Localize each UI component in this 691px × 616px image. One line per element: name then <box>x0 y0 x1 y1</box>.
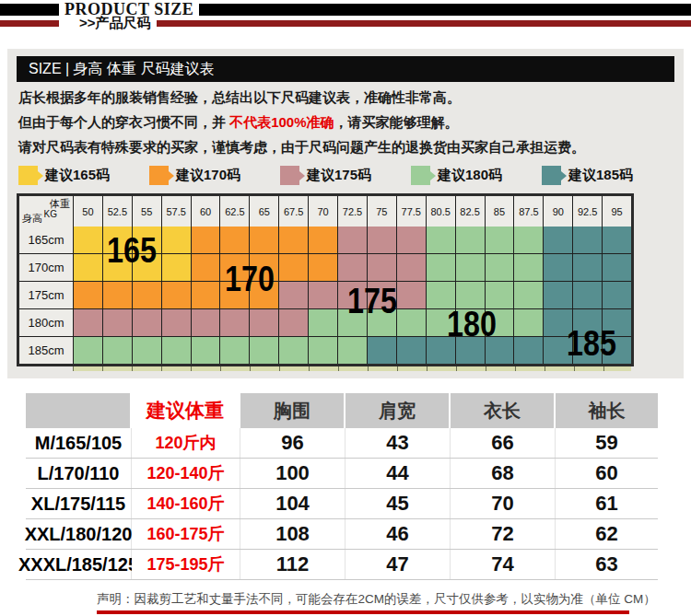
spec-measure-value: 96 <box>240 428 346 458</box>
grid-cell <box>103 337 132 364</box>
spec-weight-value: 140-160斤 <box>132 489 240 518</box>
height-row-label: 165cm <box>19 227 73 253</box>
grid-cell <box>603 282 631 308</box>
grid-cell <box>74 282 102 308</box>
grid-cell <box>544 227 572 253</box>
spec-measure-value: 60 <box>556 459 658 488</box>
grid-row: 185cm <box>19 337 631 364</box>
grid-cell <box>397 227 426 253</box>
measurement-table: 建议体重胸围肩宽衣长袖长 M/165/105120斤内96436659L/170… <box>26 393 658 580</box>
note-2-post: ，请买家能够理解。 <box>334 114 459 130</box>
weight-column-header: 92.5 <box>573 196 602 227</box>
spec-column-header: 袖长 <box>556 393 658 428</box>
spec-measure-value: 112 <box>240 550 346 579</box>
spec-weight-value: 160-175斤 <box>132 519 240 549</box>
legend-swatch-notch <box>299 171 305 180</box>
spec-column-header: 衣长 <box>451 393 556 428</box>
spec-measure-value: 63 <box>556 550 658 579</box>
spec-size-label: L/170/110 <box>26 459 132 488</box>
spec-measure-value: 45 <box>346 489 451 518</box>
weight-column-header: 52.5 <box>103 196 132 227</box>
spec-measure-value: 100 <box>240 459 346 488</box>
spec-table-row: M/165/105120斤内96436659 <box>26 428 658 459</box>
grid-cell <box>309 337 337 364</box>
legend-item: 建议170码 <box>149 166 280 185</box>
grid-cell <box>220 309 249 336</box>
spec-column-header: 胸围 <box>240 393 346 428</box>
spec-measure-value: 44 <box>346 459 451 488</box>
weight-column-header: 67.5 <box>279 196 308 227</box>
spec-measure-value: 104 <box>240 489 346 518</box>
legend-swatch-notch <box>38 171 43 180</box>
grid-cell <box>486 227 514 253</box>
grid-cell <box>103 282 132 308</box>
grid-cell <box>573 227 602 253</box>
spec-table-row: XXL/180/120160-175斤108467262 <box>26 519 658 550</box>
measurement-table-body: M/165/105120斤内96436659L/170/110120-140斤1… <box>26 428 658 580</box>
corner-unit-label: KG <box>44 209 57 219</box>
grid-cell <box>192 282 220 308</box>
spec-measure-value: 70 <box>451 489 556 518</box>
grid-cell <box>133 309 161 336</box>
spec-measure-value: 46 <box>346 519 451 549</box>
grid-cell <box>338 337 367 364</box>
legend-label: 建议170码 <box>176 167 240 184</box>
banner-row-zh: >>产品尺码 <box>0 17 691 29</box>
spec-measure-value: 61 <box>556 489 658 518</box>
grid-cell <box>133 337 161 364</box>
legend-label: 建议180码 <box>438 167 502 184</box>
page-banner: PRODUCT SIZE >>产品尺码 <box>0 0 691 29</box>
note-2-emphasis: 不代表100%准确 <box>229 114 334 130</box>
spec-column-header: 肩宽 <box>346 393 451 428</box>
panel-title-bar: SIZE | 身高 体重 尺码建议表 <box>17 56 674 82</box>
grid-cell <box>603 254 631 281</box>
spec-measure-value: 43 <box>346 428 451 458</box>
grid-cell <box>544 254 572 281</box>
grid-cell <box>192 227 220 253</box>
grid-cell <box>279 337 308 364</box>
spec-measure-value: 74 <box>451 550 556 579</box>
spec-weight-value: 175-195斤 <box>132 550 240 579</box>
grid-cell <box>279 254 308 281</box>
disclaimer-text: 声明：因裁剪工艺和丈量手法不同，可能会存在2CM的误差，尺寸仅供参考，以实物为准… <box>97 591 629 608</box>
legend-swatch-icon <box>411 166 430 185</box>
grid-size-label-165: 165 <box>107 231 157 271</box>
grid-cell <box>192 254 220 281</box>
spec-weight-value: 120斤内 <box>132 428 240 458</box>
weight-column-header: 62.5 <box>220 196 249 227</box>
note-line-3: 请对尺码表有特殊要求的买家，谨慎考虑，由于尺码问题产生的退换货由买家自己承担运费… <box>18 137 673 157</box>
grid-corner-cell: 体重 KG 身高 <box>19 196 73 227</box>
grid-cell <box>514 254 543 281</box>
weight-column-header: 82.5 <box>456 196 485 227</box>
spec-measure-value: 62 <box>556 519 658 549</box>
grid-cell <box>368 227 396 253</box>
grid-cell <box>397 254 426 281</box>
weight-column-header: 87.5 <box>514 196 543 227</box>
spec-size-label: M/165/105 <box>26 428 132 458</box>
spec-size-label: XXXL/185/125 <box>26 550 132 579</box>
weight-column-header: 65 <box>250 196 278 227</box>
grid-cell <box>514 337 543 364</box>
disclaimer-underline <box>97 610 629 614</box>
grid-cell <box>220 337 249 364</box>
size-legend: 建议165码建议170码建议175码建议180码建议185码 <box>18 166 673 185</box>
grid-cell <box>162 282 191 308</box>
weight-column-header: 85 <box>486 196 514 227</box>
note-2-pre: 但由于每个人的穿衣习惯不同，并 <box>18 114 229 130</box>
grid-cell <box>74 227 102 253</box>
grid-cell <box>162 227 191 253</box>
legend-swatch-notch <box>430 171 436 180</box>
spec-size-label: XXL/180/120 <box>26 519 132 549</box>
height-weight-size-grid: 体重 KG 身高 5052.55557.56062.56567.57072.57… <box>17 193 634 366</box>
spec-table-row: L/170/110120-140斤100446860 <box>26 459 658 489</box>
spec-measure-value: 66 <box>451 428 556 458</box>
grid-cell <box>74 309 102 336</box>
grid-cell <box>250 227 278 253</box>
spec-size-label: XL/175/115 <box>26 489 132 518</box>
grid-cell <box>456 227 485 253</box>
grid-cell <box>603 227 631 253</box>
spec-measure-value: 59 <box>556 428 658 458</box>
grid-cell <box>192 309 220 336</box>
legend-label: 建议185码 <box>568 167 633 184</box>
legend-item: 建议180码 <box>411 166 542 185</box>
